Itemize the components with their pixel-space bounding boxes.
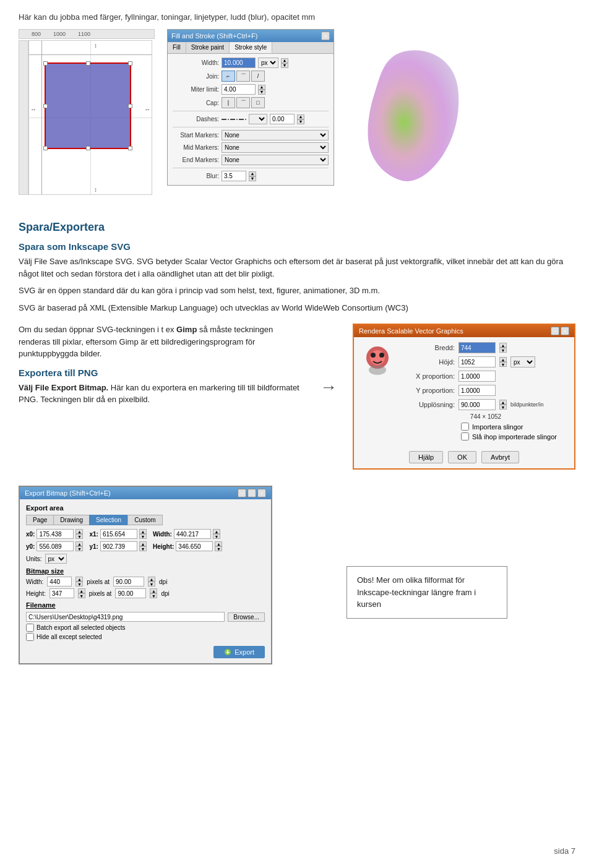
render-avbryt-btn[interactable]: Avbryt (481, 451, 519, 463)
width-spin-up[interactable]: ▲ (213, 529, 220, 534)
render-uppl-input[interactable] (458, 399, 496, 410)
x0-spin-down[interactable]: ▼ (75, 534, 83, 539)
render-hojd-down[interactable]: ▼ (499, 362, 507, 367)
export-bh-dpi-input[interactable] (115, 588, 146, 598)
bw-spin-up[interactable]: ▲ (75, 577, 83, 582)
export-maximize-btn[interactable]: □ (248, 489, 256, 497)
dashes-spinner[interactable]: ▲ ▼ (297, 114, 304, 124)
join-bevel-btn[interactable]: / (251, 71, 265, 82)
export-x1-input[interactable] (100, 529, 137, 539)
selection-handle[interactable] (128, 104, 132, 108)
selection-handle[interactable] (43, 146, 48, 150)
render-hojd-spinner[interactable]: ▲ ▼ (499, 357, 507, 367)
export-height-input[interactable] (176, 541, 213, 551)
y1-spin-up[interactable]: ▲ (139, 541, 147, 546)
export-tab-page[interactable]: Page (26, 515, 53, 525)
width-input[interactable] (222, 58, 256, 68)
tab-stroke-paint[interactable]: Stroke paint (186, 42, 230, 53)
height-spin-down[interactable]: ▼ (215, 546, 222, 551)
export-x0-spinner[interactable]: ▲ ▼ (75, 529, 83, 539)
height-spin-up[interactable]: ▲ (215, 541, 222, 546)
export-bh-input[interactable] (50, 588, 74, 598)
miter-spin-up[interactable]: ▲ (258, 85, 265, 90)
dashes-input[interactable] (270, 114, 295, 124)
export-tab-drawing[interactable]: Drawing (53, 515, 89, 525)
miter-input[interactable] (222, 84, 256, 95)
export-bw-input[interactable] (47, 577, 72, 587)
export-bh-spinner[interactable]: ▲ ▼ (78, 588, 85, 598)
bw-spin-down[interactable]: ▼ (75, 582, 83, 587)
export-x0-input[interactable] (37, 529, 74, 539)
selection-handle[interactable] (43, 104, 48, 108)
render-hjalp-btn[interactable]: Hjälp (409, 451, 443, 463)
export-height-spinner[interactable]: ▲ ▼ (215, 541, 222, 551)
y0-spin-up[interactable]: ▲ (75, 541, 83, 546)
render-bredd-up[interactable]: ▲ (499, 343, 507, 348)
bh-spin-up[interactable]: ▲ (78, 588, 85, 593)
width-spinner[interactable]: ▲ ▼ (281, 58, 288, 68)
bh-dpi-spin-up[interactable]: ▲ (150, 588, 157, 593)
cap-round-btn[interactable]: ⌒ (236, 97, 250, 108)
export-units-select[interactable]: px (45, 554, 67, 564)
render-close-btn[interactable]: × (561, 327, 569, 335)
render-hojd-input[interactable] (458, 356, 496, 367)
x1-spin-down[interactable]: ▼ (139, 534, 147, 539)
export-width-spinner[interactable]: ▲ ▼ (213, 529, 220, 539)
export-minimize-btn[interactable]: ─ (238, 489, 246, 497)
export-tab-custom[interactable]: Custom (127, 515, 162, 525)
render-uppl-up[interactable]: ▲ (499, 400, 507, 405)
export-bw-dpi-input[interactable] (113, 577, 144, 587)
selection-handle[interactable] (43, 61, 48, 66)
render-unit-select[interactable]: px (510, 356, 535, 367)
blur-input[interactable] (222, 171, 246, 181)
export-x1-spinner[interactable]: ▲ ▼ (139, 529, 147, 539)
render-hojd-up[interactable]: ▲ (499, 357, 507, 362)
end-markers-select[interactable]: None (222, 155, 329, 165)
bw-dpi-spin-up[interactable]: ▲ (148, 577, 155, 582)
export-batch-checkbox[interactable] (26, 624, 34, 632)
render-sla-checkbox[interactable] (461, 432, 469, 440)
x0-spin-up[interactable]: ▲ (75, 529, 83, 534)
width-spin-up[interactable]: ▲ (281, 58, 288, 63)
render-importera-checkbox[interactable] (461, 423, 469, 431)
mid-markers-select[interactable]: None (222, 142, 329, 153)
join-round-btn[interactable]: ⌒ (236, 71, 250, 82)
tab-fill[interactable]: Fill (168, 42, 186, 53)
render-bredd-input[interactable] (458, 342, 496, 353)
export-y0-input[interactable] (37, 541, 74, 551)
miter-spin-down[interactable]: ▼ (258, 90, 265, 95)
cap-butt-btn[interactable]: | (222, 97, 235, 108)
y0-spin-down[interactable]: ▼ (75, 546, 83, 551)
miter-spinner[interactable]: ▲ ▼ (258, 85, 265, 95)
width-unit-select[interactable]: px (258, 58, 278, 68)
render-uppl-spinner[interactable]: ▲ ▼ (499, 400, 507, 410)
export-close-btn[interactable]: × (257, 489, 266, 497)
bw-dpi-spin-down[interactable]: ▼ (148, 582, 155, 587)
cap-square-btn[interactable]: □ (251, 97, 265, 108)
export-y1-input[interactable] (100, 541, 137, 551)
render-xprop-input[interactable] (458, 371, 496, 382)
selection-handle[interactable] (128, 146, 132, 150)
blur-spin-up[interactable]: ▲ (249, 171, 256, 176)
width-spin-down[interactable]: ▼ (281, 63, 288, 68)
width-spin-down[interactable]: ▼ (213, 534, 220, 539)
bh-dpi-spin-down[interactable]: ▼ (150, 593, 157, 598)
render-bredd-spinner[interactable]: ▲ ▼ (499, 343, 507, 353)
dashes-select[interactable] (249, 114, 267, 124)
dashes-spin-up[interactable]: ▲ (297, 114, 304, 119)
start-markers-select[interactable]: None (222, 130, 329, 140)
render-bredd-down[interactable]: ▼ (499, 348, 507, 353)
render-yprop-input[interactable] (458, 385, 496, 396)
blur-spinner[interactable]: ▲ ▼ (249, 171, 256, 181)
y1-spin-down[interactable]: ▼ (139, 546, 147, 551)
x1-spin-up[interactable]: ▲ (139, 529, 147, 534)
export-y1-spinner[interactable]: ▲ ▼ (139, 541, 147, 551)
export-browse-btn[interactable]: Browse... (228, 612, 265, 622)
dashes-spin-down[interactable]: ▼ (297, 119, 304, 124)
bh-spin-down[interactable]: ▼ (78, 593, 85, 598)
fill-stroke-close-btn[interactable]: × (321, 32, 330, 40)
render-uppl-down[interactable]: ▼ (499, 405, 507, 410)
selection-handle[interactable] (86, 146, 90, 150)
tab-stroke-style[interactable]: Stroke style (230, 42, 272, 53)
export-export-btn[interactable]: Export (213, 646, 265, 658)
